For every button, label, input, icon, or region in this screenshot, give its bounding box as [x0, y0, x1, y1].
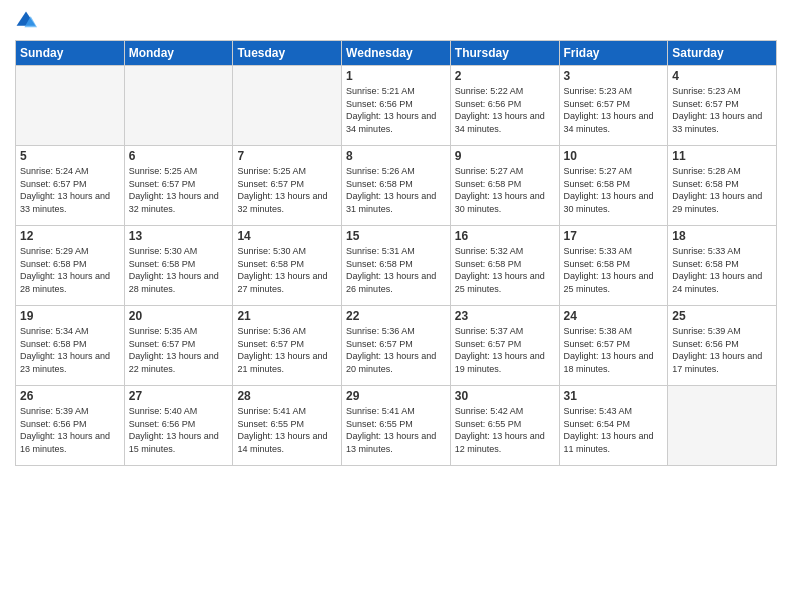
week-row-4: 19Sunrise: 5:34 AMSunset: 6:58 PMDayligh…	[16, 306, 777, 386]
day-cell: 4Sunrise: 5:23 AMSunset: 6:57 PMDaylight…	[668, 66, 777, 146]
logo-icon	[15, 10, 37, 32]
day-number: 29	[346, 389, 446, 403]
day-info: Sunrise: 5:37 AMSunset: 6:57 PMDaylight:…	[455, 325, 555, 375]
day-cell: 13Sunrise: 5:30 AMSunset: 6:58 PMDayligh…	[124, 226, 233, 306]
day-info: Sunrise: 5:27 AMSunset: 6:58 PMDaylight:…	[564, 165, 664, 215]
day-info: Sunrise: 5:24 AMSunset: 6:57 PMDaylight:…	[20, 165, 120, 215]
day-number: 1	[346, 69, 446, 83]
day-number: 26	[20, 389, 120, 403]
day-header-thursday: Thursday	[450, 41, 559, 66]
day-cell: 15Sunrise: 5:31 AMSunset: 6:58 PMDayligh…	[342, 226, 451, 306]
day-number: 16	[455, 229, 555, 243]
day-info: Sunrise: 5:39 AMSunset: 6:56 PMDaylight:…	[672, 325, 772, 375]
day-cell	[124, 66, 233, 146]
day-info: Sunrise: 5:34 AMSunset: 6:58 PMDaylight:…	[20, 325, 120, 375]
day-cell: 12Sunrise: 5:29 AMSunset: 6:58 PMDayligh…	[16, 226, 125, 306]
day-info: Sunrise: 5:36 AMSunset: 6:57 PMDaylight:…	[346, 325, 446, 375]
day-cell: 19Sunrise: 5:34 AMSunset: 6:58 PMDayligh…	[16, 306, 125, 386]
day-cell: 27Sunrise: 5:40 AMSunset: 6:56 PMDayligh…	[124, 386, 233, 466]
day-info: Sunrise: 5:25 AMSunset: 6:57 PMDaylight:…	[129, 165, 229, 215]
day-header-monday: Monday	[124, 41, 233, 66]
day-info: Sunrise: 5:36 AMSunset: 6:57 PMDaylight:…	[237, 325, 337, 375]
day-cell: 28Sunrise: 5:41 AMSunset: 6:55 PMDayligh…	[233, 386, 342, 466]
day-number: 18	[672, 229, 772, 243]
day-info: Sunrise: 5:30 AMSunset: 6:58 PMDaylight:…	[129, 245, 229, 295]
day-header-wednesday: Wednesday	[342, 41, 451, 66]
day-cell: 23Sunrise: 5:37 AMSunset: 6:57 PMDayligh…	[450, 306, 559, 386]
week-row-5: 26Sunrise: 5:39 AMSunset: 6:56 PMDayligh…	[16, 386, 777, 466]
day-number: 19	[20, 309, 120, 323]
day-cell: 25Sunrise: 5:39 AMSunset: 6:56 PMDayligh…	[668, 306, 777, 386]
day-cell	[233, 66, 342, 146]
day-info: Sunrise: 5:40 AMSunset: 6:56 PMDaylight:…	[129, 405, 229, 455]
header	[15, 10, 777, 32]
day-cell: 9Sunrise: 5:27 AMSunset: 6:58 PMDaylight…	[450, 146, 559, 226]
day-info: Sunrise: 5:33 AMSunset: 6:58 PMDaylight:…	[564, 245, 664, 295]
day-info: Sunrise: 5:28 AMSunset: 6:58 PMDaylight:…	[672, 165, 772, 215]
day-info: Sunrise: 5:41 AMSunset: 6:55 PMDaylight:…	[346, 405, 446, 455]
day-number: 25	[672, 309, 772, 323]
day-number: 30	[455, 389, 555, 403]
day-cell: 30Sunrise: 5:42 AMSunset: 6:55 PMDayligh…	[450, 386, 559, 466]
day-info: Sunrise: 5:26 AMSunset: 6:58 PMDaylight:…	[346, 165, 446, 215]
day-cell: 6Sunrise: 5:25 AMSunset: 6:57 PMDaylight…	[124, 146, 233, 226]
day-info: Sunrise: 5:22 AMSunset: 6:56 PMDaylight:…	[455, 85, 555, 135]
day-info: Sunrise: 5:31 AMSunset: 6:58 PMDaylight:…	[346, 245, 446, 295]
day-cell: 11Sunrise: 5:28 AMSunset: 6:58 PMDayligh…	[668, 146, 777, 226]
day-cell: 24Sunrise: 5:38 AMSunset: 6:57 PMDayligh…	[559, 306, 668, 386]
day-info: Sunrise: 5:25 AMSunset: 6:57 PMDaylight:…	[237, 165, 337, 215]
day-number: 10	[564, 149, 664, 163]
day-number: 3	[564, 69, 664, 83]
day-cell: 16Sunrise: 5:32 AMSunset: 6:58 PMDayligh…	[450, 226, 559, 306]
day-number: 14	[237, 229, 337, 243]
day-header-sunday: Sunday	[16, 41, 125, 66]
day-headers: SundayMondayTuesdayWednesdayThursdayFrid…	[16, 41, 777, 66]
day-info: Sunrise: 5:23 AMSunset: 6:57 PMDaylight:…	[564, 85, 664, 135]
day-info: Sunrise: 5:43 AMSunset: 6:54 PMDaylight:…	[564, 405, 664, 455]
day-cell: 7Sunrise: 5:25 AMSunset: 6:57 PMDaylight…	[233, 146, 342, 226]
day-number: 23	[455, 309, 555, 323]
day-number: 22	[346, 309, 446, 323]
day-number: 21	[237, 309, 337, 323]
day-cell: 17Sunrise: 5:33 AMSunset: 6:58 PMDayligh…	[559, 226, 668, 306]
day-info: Sunrise: 5:39 AMSunset: 6:56 PMDaylight:…	[20, 405, 120, 455]
day-info: Sunrise: 5:33 AMSunset: 6:58 PMDaylight:…	[672, 245, 772, 295]
logo	[15, 10, 41, 32]
day-number: 5	[20, 149, 120, 163]
day-cell: 2Sunrise: 5:22 AMSunset: 6:56 PMDaylight…	[450, 66, 559, 146]
day-number: 11	[672, 149, 772, 163]
day-info: Sunrise: 5:32 AMSunset: 6:58 PMDaylight:…	[455, 245, 555, 295]
day-cell	[16, 66, 125, 146]
day-number: 24	[564, 309, 664, 323]
day-cell: 22Sunrise: 5:36 AMSunset: 6:57 PMDayligh…	[342, 306, 451, 386]
day-header-tuesday: Tuesday	[233, 41, 342, 66]
calendar-table: SundayMondayTuesdayWednesdayThursdayFrid…	[15, 40, 777, 466]
day-cell: 5Sunrise: 5:24 AMSunset: 6:57 PMDaylight…	[16, 146, 125, 226]
day-cell: 10Sunrise: 5:27 AMSunset: 6:58 PMDayligh…	[559, 146, 668, 226]
day-info: Sunrise: 5:30 AMSunset: 6:58 PMDaylight:…	[237, 245, 337, 295]
day-number: 4	[672, 69, 772, 83]
day-number: 8	[346, 149, 446, 163]
day-number: 15	[346, 229, 446, 243]
day-cell: 8Sunrise: 5:26 AMSunset: 6:58 PMDaylight…	[342, 146, 451, 226]
day-info: Sunrise: 5:38 AMSunset: 6:57 PMDaylight:…	[564, 325, 664, 375]
day-cell: 18Sunrise: 5:33 AMSunset: 6:58 PMDayligh…	[668, 226, 777, 306]
day-info: Sunrise: 5:29 AMSunset: 6:58 PMDaylight:…	[20, 245, 120, 295]
day-number: 6	[129, 149, 229, 163]
day-info: Sunrise: 5:27 AMSunset: 6:58 PMDaylight:…	[455, 165, 555, 215]
day-info: Sunrise: 5:23 AMSunset: 6:57 PMDaylight:…	[672, 85, 772, 135]
day-info: Sunrise: 5:42 AMSunset: 6:55 PMDaylight:…	[455, 405, 555, 455]
day-number: 20	[129, 309, 229, 323]
day-info: Sunrise: 5:41 AMSunset: 6:55 PMDaylight:…	[237, 405, 337, 455]
day-info: Sunrise: 5:35 AMSunset: 6:57 PMDaylight:…	[129, 325, 229, 375]
day-number: 27	[129, 389, 229, 403]
week-row-3: 12Sunrise: 5:29 AMSunset: 6:58 PMDayligh…	[16, 226, 777, 306]
day-number: 13	[129, 229, 229, 243]
day-number: 2	[455, 69, 555, 83]
day-header-saturday: Saturday	[668, 41, 777, 66]
page: SundayMondayTuesdayWednesdayThursdayFrid…	[0, 0, 792, 612]
day-cell: 14Sunrise: 5:30 AMSunset: 6:58 PMDayligh…	[233, 226, 342, 306]
day-info: Sunrise: 5:21 AMSunset: 6:56 PMDaylight:…	[346, 85, 446, 135]
day-cell: 20Sunrise: 5:35 AMSunset: 6:57 PMDayligh…	[124, 306, 233, 386]
day-number: 12	[20, 229, 120, 243]
